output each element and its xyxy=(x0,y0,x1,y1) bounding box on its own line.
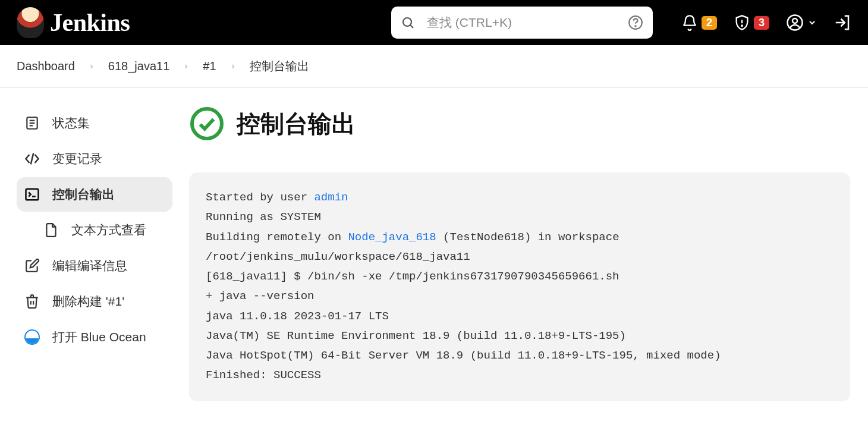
edit-icon xyxy=(24,257,40,274)
svg-line-13 xyxy=(31,153,34,165)
search-input[interactable] xyxy=(427,15,616,30)
console-line: + java --version xyxy=(206,290,314,303)
sidebar-item-label: 状态集 xyxy=(52,115,90,131)
breadcrumb-item[interactable]: 控制台输出 xyxy=(250,58,309,74)
svg-line-1 xyxy=(410,25,413,28)
app-name: Jenkins xyxy=(50,8,130,37)
document-icon xyxy=(43,222,59,238)
sidebar-item-label: 编辑编译信息 xyxy=(52,257,127,274)
svg-point-3 xyxy=(635,26,636,26)
user-icon xyxy=(786,14,804,32)
sidebar: 状态集 变更记录 控制台输出 文本方式查看 编辑编译信息 xyxy=(0,88,178,401)
chevron-right-icon xyxy=(88,63,95,70)
console-line: Started by user xyxy=(206,191,314,204)
notifications-button[interactable]: 2 xyxy=(681,14,717,31)
logo-area[interactable]: Jenkins xyxy=(17,7,130,38)
console-output: Started by user admin Running as SYSTEM … xyxy=(189,172,850,401)
breadcrumb-item[interactable]: #1 xyxy=(203,59,216,73)
sidebar-item-edit-build[interactable]: 编辑编译信息 xyxy=(17,249,172,283)
chevron-right-icon xyxy=(183,63,190,70)
user-menu[interactable] xyxy=(786,14,817,32)
sidebar-item-label: 打开 Blue Ocean xyxy=(52,329,146,345)
success-check-icon xyxy=(189,106,225,142)
status-icon xyxy=(24,115,40,131)
header-actions: 2 3 xyxy=(681,14,851,32)
console-user-link[interactable]: admin xyxy=(314,191,348,204)
trash-icon xyxy=(24,293,40,310)
sidebar-item-label: 变更记录 xyxy=(52,150,102,167)
bell-icon xyxy=(681,14,698,31)
alerts-button[interactable]: 3 xyxy=(734,14,769,31)
sidebar-item-label: 文本方式查看 xyxy=(71,222,146,238)
shield-alert-icon xyxy=(734,14,750,31)
jenkins-logo-icon xyxy=(17,7,44,38)
sidebar-item-delete-build[interactable]: 删除构建 '#1' xyxy=(17,284,172,319)
page-title-row: 控制台输出 xyxy=(189,106,850,142)
page-title: 控制台输出 xyxy=(237,108,356,140)
blue-ocean-icon xyxy=(24,329,40,345)
sidebar-item-console-text[interactable]: 文本方式查看 xyxy=(36,213,172,247)
breadcrumb: Dashboard 618_java11 #1 控制台输出 xyxy=(0,45,868,88)
sidebar-item-blue-ocean[interactable]: 打开 Blue Ocean xyxy=(17,320,172,354)
logout-icon xyxy=(834,14,851,32)
notif-badge: 2 xyxy=(702,16,717,30)
content-area: 控制台输出 Started by user admin Running as S… xyxy=(178,88,868,401)
breadcrumb-item[interactable]: 618_java11 xyxy=(108,59,169,73)
console-line: [618_java11] $ /bin/sh -xe /tmp/jenkins6… xyxy=(206,270,619,283)
console-line: Finished: SUCCESS xyxy=(206,369,321,382)
svg-rect-14 xyxy=(26,189,39,200)
sidebar-item-label: 控制台输出 xyxy=(52,186,115,203)
console-node-link[interactable]: Node_java_618 xyxy=(348,231,436,244)
chevron-down-icon xyxy=(807,18,817,27)
svg-point-0 xyxy=(403,18,411,26)
sidebar-item-status[interactable]: 状态集 xyxy=(17,106,172,140)
search-box[interactable] xyxy=(391,7,653,39)
alert-badge: 3 xyxy=(754,16,769,30)
logout-button[interactable] xyxy=(834,14,851,32)
console-line: java 11.0.18 2023-01-17 LTS xyxy=(206,310,389,323)
search-icon xyxy=(401,15,415,30)
svg-point-5 xyxy=(741,25,743,26)
code-icon xyxy=(24,150,40,167)
chevron-right-icon xyxy=(229,63,237,70)
breadcrumb-item[interactable]: Dashboard xyxy=(17,59,75,73)
svg-point-7 xyxy=(792,18,797,23)
sidebar-item-changes[interactable]: 变更记录 xyxy=(17,142,172,176)
console-line: Building remotely on xyxy=(206,231,348,244)
top-header: Jenkins 2 3 xyxy=(0,0,868,45)
main-layout: 状态集 变更记录 控制台输出 文本方式查看 编辑编译信息 xyxy=(0,88,868,401)
terminal-icon xyxy=(24,186,40,203)
svg-point-18 xyxy=(192,109,222,139)
console-line: Java HotSpot(TM) 64-Bit Server VM 18.9 (… xyxy=(206,349,721,362)
sidebar-item-console[interactable]: 控制台输出 xyxy=(17,177,172,212)
sidebar-item-label: 删除构建 '#1' xyxy=(52,293,124,310)
console-line: Running as SYSTEM xyxy=(206,210,321,224)
help-icon[interactable] xyxy=(628,15,643,30)
console-line: Java(TM) SE Runtime Environment 18.9 (bu… xyxy=(206,329,626,342)
